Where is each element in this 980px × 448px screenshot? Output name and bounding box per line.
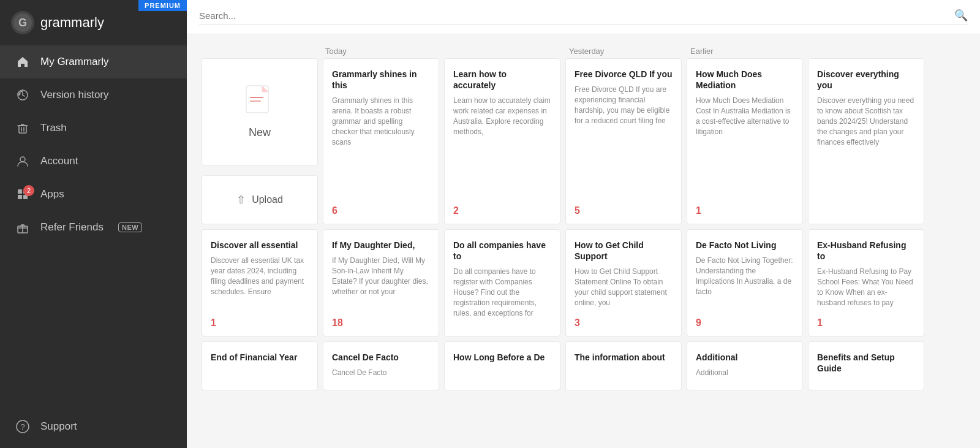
document-card[interactable]: Discover all essential Discover all esse…: [202, 229, 318, 336]
doc-title: Benefits and Setup Guide: [817, 352, 915, 374]
search-area: 🔍: [187, 0, 980, 34]
svg-rect-5: [18, 189, 22, 194]
logo-icon: G: [11, 11, 34, 34]
doc-title: Ex-Husband Refusing to: [817, 240, 915, 262]
grid-row-1: New ⇧ Upload Grammarly shines in this Gr…: [202, 58, 965, 224]
doc-title: Do all companies have to: [453, 240, 551, 262]
doc-preview: Ex-Husband Refusing to Pay School Fees: …: [817, 267, 915, 313]
doc-preview: Learn how to accurately claim work relat…: [453, 96, 551, 200]
doc-title: Cancel De Facto: [332, 352, 430, 363]
label-yesterday: Yesterday: [567, 47, 683, 56]
document-card[interactable]: Learn how to accurately Learn how to acc…: [444, 58, 560, 224]
new-document-card[interactable]: New: [202, 58, 318, 165]
svg-rect-7: [18, 195, 22, 199]
home-icon: [15, 55, 31, 69]
nav-label-my-grammarly: My Grammarly: [40, 56, 108, 68]
svg-text:G: G: [18, 17, 27, 29]
sidebar-item-account[interactable]: Account: [0, 145, 187, 178]
doc-preview: Additional: [696, 368, 794, 382]
svg-rect-13: [250, 97, 263, 98]
nav-label-apps: Apps: [40, 188, 64, 200]
nav-label-account: Account: [40, 155, 78, 167]
doc-title: How to Get Child Support: [575, 240, 673, 262]
search-input[interactable]: [199, 10, 948, 21]
doc-preview: Free Divorce QLD If you are experiencing…: [575, 85, 673, 200]
doc-preview: Grammarly shines in this arena. It boast…: [332, 96, 430, 200]
doc-cards-row2: Discover all essential Discover all esse…: [202, 229, 924, 336]
label-today: Today: [323, 47, 562, 56]
upload-label: Upload: [252, 194, 283, 205]
grid-row-2: Discover all essential Discover all esse…: [202, 229, 965, 336]
nav-list: My Grammarly Version history Trash Accou…: [0, 45, 187, 244]
timeline-header: Today Yesterday Earlier: [202, 47, 965, 56]
doc-title: How Long Before a De: [453, 352, 551, 363]
new-file-icon: [245, 85, 274, 121]
document-card[interactable]: De Facto Not Living De Facto Not Living …: [687, 229, 803, 336]
doc-title: Additional: [696, 352, 794, 363]
svg-point-4: [20, 157, 25, 162]
nav-label-version-history: Version history: [40, 89, 109, 101]
document-card[interactable]: Do all companies have to Do all companie…: [444, 229, 560, 336]
nav-label-refer-friends: Refer Friends: [40, 221, 104, 233]
doc-title: How Much Does Mediation: [696, 69, 794, 91]
new-label: New: [249, 126, 271, 139]
doc-title: If My Daughter Died,: [332, 240, 430, 251]
sidebar-item-refer-friends[interactable]: Refer Friends NEW: [0, 211, 187, 244]
sidebar-item-trash[interactable]: Trash: [0, 112, 187, 145]
doc-title: Free Divorce QLD If you: [575, 69, 673, 80]
sidebar-item-version-history[interactable]: Version history: [0, 78, 187, 112]
upload-icon: ⇧: [236, 193, 246, 207]
history-icon: [15, 88, 31, 102]
main-content: 🔍 Today Yesterday Earlier: [187, 0, 980, 448]
doc-title: Discover everything you: [817, 69, 915, 91]
support-label: Support: [40, 420, 77, 433]
document-card[interactable]: End of Financial Year: [202, 341, 318, 390]
doc-count: 2: [453, 205, 551, 216]
doc-count: 3: [575, 317, 673, 328]
gift-icon: [15, 221, 31, 234]
document-card[interactable]: How to Get Child Support How to Get Chil…: [565, 229, 682, 336]
logo-text: grammarly: [40, 15, 104, 31]
document-card[interactable]: Cancel De Facto Cancel De Facto: [323, 341, 439, 390]
document-card[interactable]: Additional Additional: [687, 341, 803, 390]
doc-preview: How Much Does Mediation Cost In Australi…: [696, 96, 794, 200]
document-card[interactable]: How Long Before a De: [444, 341, 560, 390]
sidebar-item-support[interactable]: ? Support: [0, 410, 187, 448]
document-card[interactable]: How Much Does Mediation How Much Does Me…: [687, 58, 803, 224]
svg-rect-3: [19, 126, 26, 133]
document-card[interactable]: The information about: [565, 341, 682, 390]
document-card[interactable]: Ex-Husband Refusing to Ex-Husband Refusi…: [808, 229, 924, 336]
doc-title: The information about: [575, 352, 673, 363]
nav-label-trash: Trash: [40, 122, 67, 134]
apps-badge: 2: [23, 185, 34, 196]
doc-preview: How to Get Child Support Statement Onlin…: [575, 267, 673, 313]
svg-rect-14: [250, 101, 261, 102]
sidebar: PREMIUM G grammarly My Grammarly Version…: [0, 0, 187, 448]
doc-preview: If My Daughter Died, Will My Son-in-Law …: [332, 256, 430, 313]
doc-preview: Discover everything you need to know abo…: [817, 96, 915, 216]
document-card[interactable]: Benefits and Setup Guide: [808, 341, 924, 390]
doc-title: End of Financial Year: [211, 352, 309, 363]
svg-text:?: ?: [20, 422, 24, 431]
doc-preview: De Facto Not Living Together: Understand…: [696, 256, 794, 313]
document-card[interactable]: Discover everything you Discover everyth…: [808, 58, 924, 224]
doc-count: 18: [332, 317, 430, 328]
doc-title: Discover all essential: [211, 240, 309, 251]
upload-card[interactable]: ⇧ Upload: [202, 175, 318, 224]
doc-count: 1: [696, 205, 794, 216]
doc-count: 6: [332, 205, 430, 216]
label-earlier: Earlier: [688, 47, 965, 56]
grid-row-3: End of Financial Year Cancel De Facto Ca…: [202, 341, 965, 390]
doc-count: 1: [817, 317, 915, 328]
doc-count: 5: [575, 205, 673, 216]
content-area: Today Yesterday Earlier: [187, 34, 980, 448]
document-card[interactable]: Free Divorce QLD If you Free Divorce QLD…: [565, 58, 682, 224]
document-card[interactable]: Grammarly shines in this Grammarly shine…: [323, 58, 439, 224]
doc-title: De Facto Not Living: [696, 240, 794, 251]
sidebar-item-apps[interactable]: Apps 2: [0, 178, 187, 211]
sidebar-item-my-grammarly[interactable]: My Grammarly: [0, 45, 187, 78]
premium-badge: PREMIUM: [138, 0, 187, 11]
search-wrapper: 🔍: [199, 9, 968, 25]
document-card[interactable]: If My Daughter Died, If My Daughter Died…: [323, 229, 439, 336]
search-icon: 🔍: [954, 9, 968, 22]
